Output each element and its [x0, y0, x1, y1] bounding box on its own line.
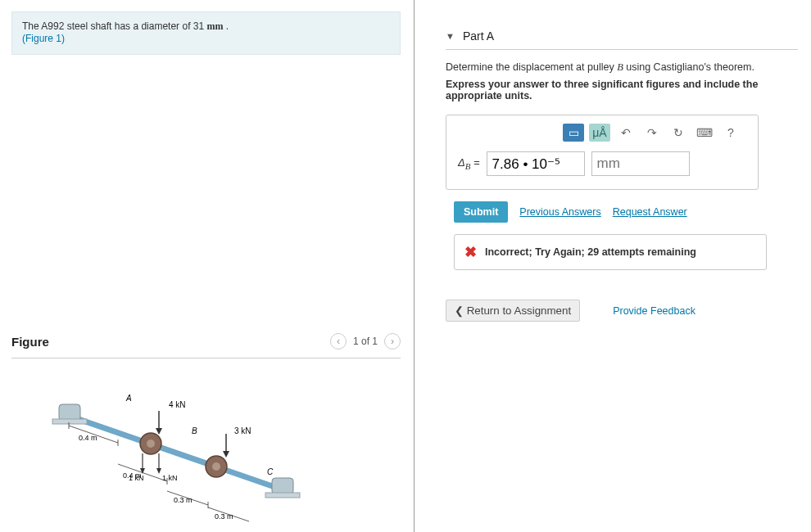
- pager-text: 1 of 1: [353, 336, 378, 347]
- answer-label: ΔB =: [458, 156, 480, 171]
- part-header[interactable]: ▼ Part A: [446, 25, 798, 50]
- help-button[interactable]: ?: [720, 124, 741, 142]
- svg-text:0.3 m: 0.3 m: [215, 512, 233, 521]
- svg-marker-10: [156, 428, 162, 435]
- instruction-line-2: Express your answer to three significant…: [446, 79, 798, 101]
- feedback-text: Incorrect; Try Again; 29 attempts remain…: [485, 246, 696, 258]
- svg-marker-16: [156, 468, 161, 474]
- part-title: Part A: [463, 29, 494, 43]
- pager-prev[interactable]: ‹: [330, 333, 347, 349]
- svg-rect-2: [52, 419, 87, 424]
- templates-button[interactable]: ▭: [563, 124, 584, 142]
- svg-text:0.4 m: 0.4 m: [79, 434, 97, 442]
- return-button[interactable]: ❮ Return to Assignment: [446, 300, 580, 322]
- incorrect-icon: ✖: [464, 243, 477, 261]
- answer-value-input[interactable]: [487, 151, 585, 176]
- units-button[interactable]: μÅ: [589, 124, 610, 142]
- svg-text:A: A: [125, 394, 132, 403]
- svg-rect-3: [272, 478, 293, 494]
- submit-button[interactable]: Submit: [454, 201, 508, 223]
- undo-button[interactable]: ↶: [615, 124, 637, 142]
- svg-text:1 kN: 1 kN: [162, 474, 178, 482]
- collapse-icon: ▼: [446, 31, 455, 41]
- svg-point-6: [147, 440, 155, 448]
- feedback-box: ✖ Incorrect; Try Again; 29 attempts rema…: [454, 234, 767, 270]
- svg-text:0.4 m: 0.4 m: [123, 471, 142, 480]
- chevron-left-icon: ❮: [455, 304, 464, 317]
- pager-next[interactable]: ›: [384, 333, 401, 349]
- answer-unit-input[interactable]: [591, 151, 690, 176]
- svg-text:0.3 m: 0.3 m: [174, 496, 193, 504]
- svg-rect-4: [265, 493, 300, 498]
- figure-title: Figure: [11, 335, 49, 349]
- svg-point-8: [212, 462, 220, 471]
- svg-text:B: B: [192, 426, 197, 435]
- svg-text:C: C: [267, 467, 274, 476]
- reset-button[interactable]: ↻: [668, 124, 689, 142]
- svg-marker-12: [223, 451, 229, 458]
- svg-text:3 kN: 3 kN: [234, 426, 251, 435]
- figure-pager: ‹ 1 of 1 ›: [330, 333, 401, 349]
- figure-link[interactable]: (Figure 1): [22, 33, 65, 44]
- answer-card: ▭ μÅ ↶ ↷ ↻ ⌨ ? ΔB =: [446, 115, 759, 190]
- problem-text: The A992 steel shaft has a diameter of 3…: [22, 20, 206, 32]
- instruction-line-1: Determine the displacement at pulley B u…: [446, 61, 798, 74]
- problem-statement: The A992 steel shaft has a diameter of 3…: [11, 11, 401, 55]
- request-answer-link[interactable]: Request Answer: [613, 206, 687, 218]
- figure-diagram: A 4 kN B 3 kN C 1 kN 1 kN 0.4 m 0.4 m 0.…: [11, 383, 401, 525]
- svg-rect-1: [59, 404, 80, 421]
- provide-feedback-link[interactable]: Provide Feedback: [613, 305, 695, 317]
- redo-button[interactable]: ↷: [641, 124, 663, 142]
- svg-text:4 kN: 4 kN: [169, 400, 186, 409]
- keyboard-button[interactable]: ⌨: [694, 124, 715, 142]
- previous-answers-link[interactable]: Previous Answers: [519, 206, 600, 218]
- problem-unit: mm: [206, 20, 223, 32]
